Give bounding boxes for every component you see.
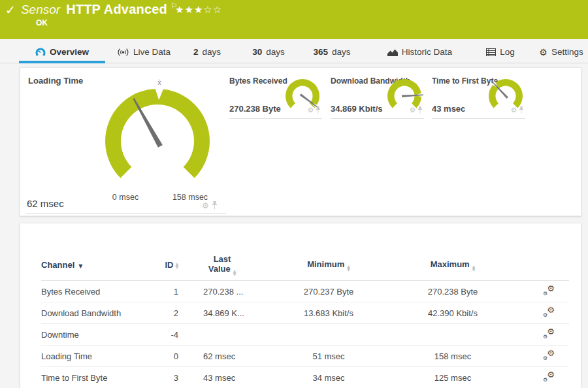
area-chart-icon: [387, 48, 398, 56]
tab-label: days: [202, 47, 221, 57]
channel-settings-icon[interactable]: ⚙⚙: [543, 372, 555, 382]
sensor-type-label: Sensor: [21, 3, 60, 17]
mini-gauge-time-to-first-byte: Time to First Byte 43 msec ⚙: [432, 74, 525, 119]
pin-icon[interactable]: [417, 106, 423, 114]
loading-time-gauge: x̄: [95, 78, 220, 202]
mini-gauge-value: 34.869 Kbit/s: [331, 104, 383, 114]
mini-gauge-download-bandwidth: Download Bandwidth 34.869 Kbit/s ⚙: [331, 74, 424, 119]
channel-name: Bytes Received: [41, 287, 159, 297]
sort-desc-icon: ▼: [78, 263, 82, 269]
mini-gauge-value: 43 msec: [432, 104, 465, 114]
minimum-value: 51 msec: [283, 351, 374, 361]
mini-gauge-value: 270.238 Byte: [229, 104, 281, 114]
tab-label: Historic Data: [402, 47, 452, 57]
tab-number: 2: [193, 47, 199, 57]
col-header-minimum[interactable]: Minimum▲▼: [283, 259, 374, 271]
tab-overview[interactable]: Overview: [19, 40, 105, 63]
col-header-id[interactable]: ID▲▼: [165, 260, 178, 270]
tab-live-data[interactable]: Live Data: [111, 40, 176, 63]
mini-gauge-bytes-received: Bytes Received 270.238 Byte ⚙: [229, 74, 322, 119]
gauge-icon: [35, 47, 46, 57]
tab-historic-data[interactable]: Historic Data: [385, 40, 454, 63]
gauge-scale-max: 158 msec: [167, 193, 213, 202]
channel-id: 3: [174, 373, 178, 383]
channels-panel: Channel▼ ID▲▼ LastValue▲▼ Minimum▲▼ Maxi…: [20, 223, 581, 388]
minimum-value: 13.683 Kbit/s: [283, 308, 374, 318]
col-header-channel[interactable]: Channel▼: [41, 260, 159, 270]
channel-settings-icon[interactable]: ⚙⚙: [543, 307, 555, 317]
active-tab-indicator: [19, 61, 105, 63]
tab-label: Overview: [50, 47, 89, 57]
channel-name: Downtime: [41, 330, 159, 340]
gauge-settings-gear-icon[interactable]: ⚙: [202, 202, 209, 210]
gauge-settings-gear-icon[interactable]: ⚙: [511, 106, 517, 114]
channels-table: Channel▼ ID▲▼ LastValue▲▼ Minimum▲▼ Maxi…: [41, 250, 569, 388]
maximum-value: 42.390 Kbit/s: [374, 308, 531, 318]
gauge-scale-min: 0 msec: [105, 193, 146, 202]
stars-empty: ☆☆: [203, 4, 222, 16]
channel-settings-icon[interactable]: ⚙⚙: [543, 350, 555, 361]
stars-filled: ★★★: [175, 4, 203, 16]
gauge-settings-gear-icon[interactable]: ⚙: [308, 106, 314, 114]
priority-stars[interactable]: ★★★☆☆: [175, 4, 222, 16]
col-header-last-value[interactable]: LastValue▲▼: [178, 254, 283, 276]
channel-id: 2: [174, 308, 178, 318]
channel-id: -4: [171, 330, 178, 340]
sensor-status-badge: OK: [36, 18, 48, 27]
gauge-settings-gear-icon[interactable]: ⚙: [410, 106, 416, 114]
gauges-panel: Loading Time x̄ 0 msec 158 msec 62 msec …: [20, 67, 581, 216]
table-row: Downtime -4 ⚙⚙: [41, 324, 569, 346]
sort-icon: ▲▼: [233, 269, 237, 276]
tab-2-days[interactable]: 2 days: [188, 40, 227, 63]
tab-log[interactable]: Log: [483, 40, 517, 63]
table-row: Time to First Byte 3 43 msec 34 msec 125…: [41, 367, 569, 388]
pin-icon[interactable]: [212, 201, 218, 210]
divider: [25, 213, 226, 214]
average-marker-label: x̄: [157, 78, 161, 86]
maximum-value: 158 msec: [374, 351, 531, 361]
maximum-value: 270.238 Byte: [374, 287, 531, 297]
maximum-value: 125 msec: [374, 373, 531, 383]
table-row: Download Bandwidth 2 34.869 K... 13.683 …: [41, 302, 569, 324]
tab-label: Live Data: [133, 47, 171, 57]
minimum-value: 34 msec: [283, 373, 374, 383]
live-data-icon: [117, 48, 129, 57]
gear-icon: ⚙: [539, 47, 547, 57]
last-value: 43 msec: [178, 373, 283, 383]
status-check-icon: ✓: [5, 3, 16, 18]
channel-settings-icon[interactable]: ⚙⚙: [543, 329, 555, 339]
channel-id: 1: [174, 287, 178, 297]
tab-30-days[interactable]: 30 days: [248, 40, 289, 63]
tab-settings[interactable]: ⚙ Settings: [537, 40, 585, 63]
table-row: Loading Time 0 62 msec 51 msec 158 msec …: [41, 346, 569, 367]
pin-icon[interactable]: [519, 106, 524, 114]
tab-label: days: [332, 47, 351, 57]
channel-id: 0: [174, 351, 178, 361]
channel-name: Download Bandwidth: [41, 308, 159, 318]
last-value: 34.869 K...: [178, 308, 283, 318]
tab-bar: Overview Live Data 2 days 30 days 365 da…: [0, 40, 588, 63]
channel-settings-icon[interactable]: ⚙⚙: [543, 285, 555, 296]
tab-label: days: [266, 47, 285, 57]
main-gauge-value: 62 msec: [27, 198, 64, 209]
log-icon: [486, 48, 496, 56]
channel-name: Time to First Byte: [41, 373, 159, 383]
last-value: 62 msec: [178, 351, 283, 361]
tab-number: 365: [313, 47, 328, 57]
pin-icon[interactable]: [316, 106, 321, 114]
tab-365-days[interactable]: 365 days: [309, 40, 355, 63]
main-gauge-title: Loading Time: [28, 76, 83, 86]
tab-number: 30: [252, 47, 262, 57]
last-value: 270.238 ...: [178, 287, 283, 297]
tab-label: Log: [500, 47, 515, 57]
sort-icon: ▲▼: [347, 265, 350, 271]
sort-icon: ▲▼: [472, 265, 476, 271]
sensor-title: HTTP Advanced: [66, 2, 167, 17]
channel-name: Loading Time: [41, 351, 159, 361]
mini-gauge-title: Bytes Received: [229, 76, 287, 86]
col-header-maximum[interactable]: Maximum▲▼: [374, 259, 531, 271]
table-header-row: Channel▼ ID▲▼ LastValue▲▼ Minimum▲▼ Maxi…: [41, 250, 569, 281]
sensor-header: ✓ Sensor HTTP Advanced ⚐ ★★★☆☆ OK: [0, 0, 588, 39]
tab-label: Settings: [551, 47, 583, 57]
table-row: Bytes Received 1 270.238 ... 270.237 Byt…: [41, 281, 569, 302]
